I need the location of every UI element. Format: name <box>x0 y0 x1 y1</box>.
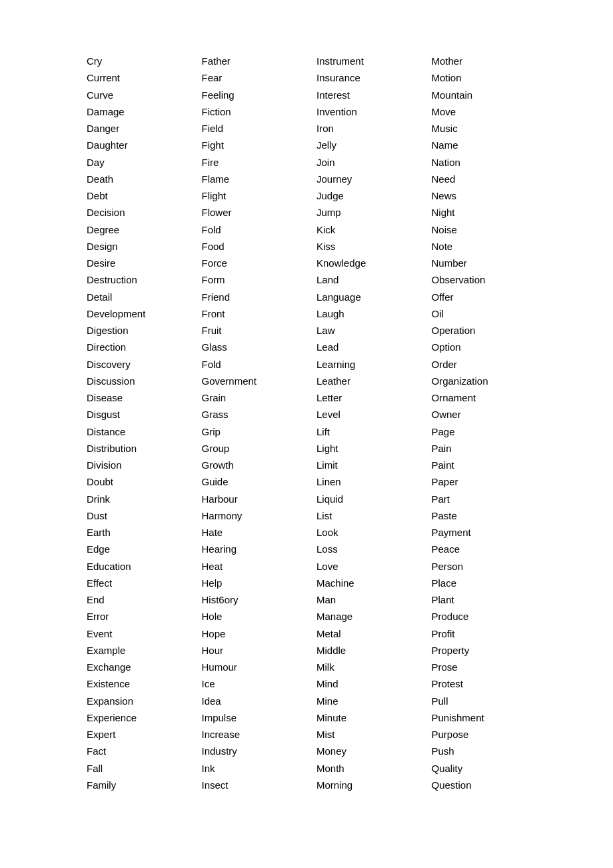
word-item: Pull <box>432 693 547 709</box>
word-item: Move <box>432 104 547 119</box>
word-item: Kiss <box>316 239 432 254</box>
word-item: Fold <box>202 357 317 372</box>
word-item: Direction <box>87 339 202 355</box>
word-item: Family <box>87 777 202 793</box>
word-item: Produce <box>432 609 547 624</box>
word-item: Jelly <box>316 137 432 153</box>
word-item: Knowledge <box>316 255 432 271</box>
word-item: Doubt <box>87 474 202 489</box>
word-item: Field <box>202 121 317 136</box>
word-item: Man <box>316 592 432 607</box>
word-item: Increase <box>202 727 317 742</box>
word-item: Grip <box>202 424 317 439</box>
word-item: Look <box>316 525 432 540</box>
word-item: Hope <box>202 626 317 641</box>
word-item: Day <box>87 155 202 170</box>
word-item: Milk <box>316 659 432 675</box>
word-item: Existence <box>87 676 202 691</box>
word-item: Limit <box>316 457 432 473</box>
word-item: Development <box>87 306 202 321</box>
word-item: Growth <box>202 457 317 473</box>
word-item: Hearing <box>202 541 317 557</box>
word-item: Laugh <box>316 306 432 321</box>
word-item: Feeling <box>202 87 317 103</box>
word-item: Punishment <box>432 710 547 725</box>
word-item: Peace <box>432 541 547 557</box>
word-item: Option <box>432 339 547 355</box>
word-item: Debt <box>87 188 202 203</box>
word-item: Note <box>432 239 547 254</box>
word-item: Mountain <box>432 87 547 103</box>
word-item: Question <box>432 777 547 793</box>
word-item: Paste <box>432 508 547 523</box>
word-item: Father <box>202 53 317 69</box>
word-item: Loss <box>316 541 432 557</box>
word-item: Harbour <box>202 491 317 507</box>
word-item: Curve <box>87 87 202 103</box>
word-item: Disgust <box>87 407 202 422</box>
word-item: Danger <box>87 121 202 136</box>
word-item: Hist6ory <box>202 592 317 607</box>
word-item: Metal <box>316 626 432 641</box>
word-item: Friend <box>202 289 317 305</box>
word-item: Minute <box>316 710 432 725</box>
word-item: Noise <box>432 222 547 237</box>
word-item: Grain <box>202 390 317 405</box>
word-item: Harmony <box>202 508 317 523</box>
word-item: Edge <box>87 541 202 557</box>
word-item: Flower <box>202 205 317 220</box>
word-item: Owner <box>432 407 547 422</box>
word-item: Force <box>202 255 317 271</box>
word-item: Place <box>432 575 547 591</box>
word-column-col1: CryCurrentCurveDamageDangerDaughterDayDe… <box>87 53 202 793</box>
word-item: Profit <box>432 626 547 641</box>
word-item: Morning <box>316 777 432 793</box>
word-item: Observation <box>432 272 547 287</box>
word-item: Number <box>432 255 547 271</box>
word-item: Liquid <box>316 491 432 507</box>
word-item: Glass <box>202 339 317 355</box>
word-item: Ink <box>202 761 317 776</box>
word-item: Push <box>432 743 547 759</box>
word-item: Protest <box>432 676 547 691</box>
word-item: Desire <box>87 255 202 271</box>
word-item: Purpose <box>432 727 547 742</box>
word-item: Fiction <box>202 104 317 119</box>
word-item: Offer <box>432 289 547 305</box>
word-item: Order <box>432 357 547 372</box>
word-item: Decision <box>87 205 202 220</box>
word-item: Lift <box>316 424 432 439</box>
word-item: Food <box>202 239 317 254</box>
word-item: Effect <box>87 575 202 591</box>
word-item: Distance <box>87 424 202 439</box>
word-item: Daughter <box>87 137 202 153</box>
word-item: Fall <box>87 761 202 776</box>
word-item: Fear <box>202 70 317 85</box>
word-item: Help <box>202 575 317 591</box>
word-item: Drink <box>87 491 202 507</box>
word-item: Degree <box>87 222 202 237</box>
word-item: Damage <box>87 104 202 119</box>
word-item: Digestion <box>87 323 202 338</box>
word-item: Mist <box>316 727 432 742</box>
word-item: Lead <box>316 339 432 355</box>
word-item: Page <box>432 424 547 439</box>
word-item: Organization <box>432 373 547 389</box>
word-column-col3: InstrumentInsuranceInterestInventionIron… <box>316 53 432 793</box>
word-item: Night <box>432 205 547 220</box>
word-item: Iron <box>316 121 432 136</box>
word-item: Mind <box>316 676 432 691</box>
word-item: Cry <box>87 53 202 69</box>
word-item: Exchange <box>87 659 202 675</box>
word-item: Destruction <box>87 272 202 287</box>
word-item: Fire <box>202 155 317 170</box>
word-item: Idea <box>202 693 317 709</box>
word-item: Paper <box>432 474 547 489</box>
word-item: Ornament <box>432 390 547 405</box>
word-item: Judge <box>316 188 432 203</box>
word-item: Ice <box>202 676 317 691</box>
word-item: Dust <box>87 508 202 523</box>
word-grid: CryCurrentCurveDamageDangerDaughterDayDe… <box>0 0 613 846</box>
word-item: Government <box>202 373 317 389</box>
word-item: Linen <box>316 474 432 489</box>
